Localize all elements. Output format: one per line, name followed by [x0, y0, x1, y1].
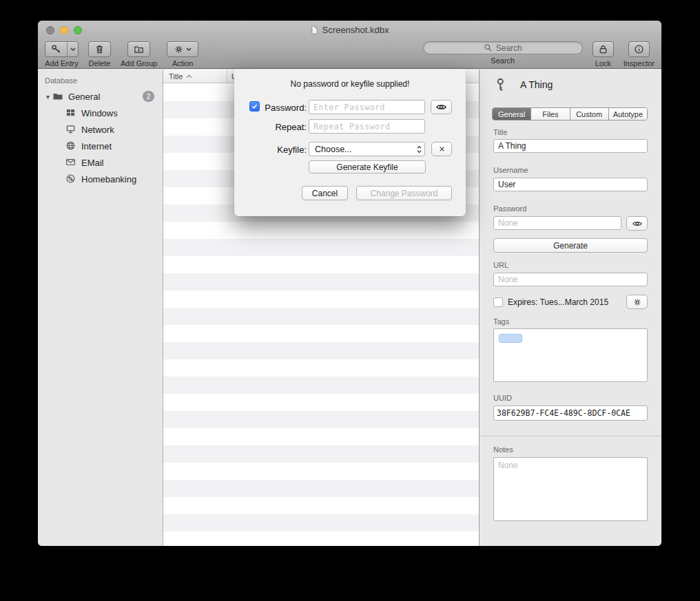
inspector-tabs: General Files Custom Autotype	[492, 107, 648, 120]
add-entry-label: Add Entry	[45, 59, 78, 67]
entry-title: A Thing	[520, 79, 553, 90]
sidebar-item-label: EMail	[81, 158, 104, 168]
toolbar-item-add-group: Add Group	[121, 41, 157, 67]
sidebar-item-internet[interactable]: Internet	[38, 138, 163, 154]
stepper-arrows-icon	[416, 145, 422, 154]
disclosure-triangle-icon[interactable]: ▾	[46, 93, 50, 101]
uuid-field[interactable]	[493, 405, 648, 421]
search-input[interactable]: Search	[423, 41, 583, 54]
search-label: Search	[491, 56, 515, 65]
password-field[interactable]	[493, 216, 621, 230]
change-password-button[interactable]: Change Password	[356, 186, 452, 200]
lock-icon	[598, 44, 608, 54]
sidebar-item-label: Internet	[81, 141, 112, 151]
keyfile-dropdown[interactable]: Choose...	[309, 142, 425, 156]
folder-icon	[52, 91, 63, 102]
sidebar-item-network[interactable]: Network	[38, 121, 163, 138]
sidebar-item-label: Network	[81, 125, 114, 135]
tags-field[interactable]	[493, 328, 648, 382]
cancel-button[interactable]: Cancel	[302, 186, 348, 200]
notes-field-label: Notes	[493, 445, 513, 454]
add-entry-button[interactable]	[45, 41, 79, 57]
generate-keyfile-label: Generate Keyfile	[336, 162, 398, 172]
dialog-show-password-button[interactable]	[431, 100, 452, 114]
generate-label: Generate	[553, 241, 588, 251]
action-button[interactable]	[167, 41, 198, 57]
delete-label: Delete	[89, 59, 111, 67]
eye-icon	[632, 218, 643, 229]
globe-icon	[65, 140, 76, 151]
toolbar-item-delete: Delete	[88, 41, 111, 67]
dialog-message: No password or keyfile supplied!	[234, 79, 466, 89]
chevron-down-icon	[70, 48, 76, 52]
toolbar-item-lock: Lock	[593, 41, 614, 67]
generate-password-button[interactable]: Generate	[493, 238, 648, 253]
tab-autotype[interactable]: Autotype	[609, 108, 647, 120]
clear-keyfile-button[interactable]	[431, 142, 452, 156]
eye-icon	[435, 101, 447, 113]
sidebar-item-label: Windows	[81, 108, 118, 118]
inspector-label: Inspector	[624, 59, 655, 67]
sidebar-item-windows[interactable]: Windows	[38, 105, 163, 121]
window-title-area: Screenshot.kdbx	[38, 25, 661, 35]
url-field[interactable]	[493, 273, 648, 286]
trash-icon	[94, 44, 105, 54]
inspector-button[interactable]	[628, 41, 650, 57]
search-placeholder: Search	[496, 43, 522, 53]
keyfile-selected-value: Choose...	[315, 145, 416, 154]
add-group-label: Add Group	[121, 59, 157, 67]
notes-field[interactable]	[493, 457, 648, 521]
generate-keyfile-button[interactable]: Generate Keyfile	[309, 160, 426, 173]
tab-files[interactable]: Files	[531, 108, 570, 120]
dialog-password-input[interactable]	[309, 100, 425, 114]
toolbar: Add Entry Delete Add Group	[38, 39, 661, 68]
tab-general[interactable]: General	[493, 108, 531, 120]
url-field-label: URL	[493, 261, 508, 269]
title-field[interactable]	[493, 139, 648, 153]
gear-icon	[632, 297, 642, 307]
show-password-button[interactable]	[626, 216, 648, 231]
window-header: Screenshot.kdbx Add Entry	[38, 21, 661, 69]
tag-chip[interactable]	[499, 334, 522, 343]
title-field-label: Title	[493, 128, 507, 136]
app-window: Screenshot.kdbx Add Entry	[38, 21, 661, 546]
dialog-keyfile-label: Keyfile:	[261, 145, 307, 155]
window-title: Screenshot.kdbx	[322, 25, 389, 35]
column-header-title[interactable]: Title	[163, 70, 227, 83]
sort-ascending-icon	[186, 74, 192, 78]
add-group-button[interactable]	[127, 41, 150, 57]
uuid-field-label: UUID	[493, 394, 512, 402]
key-icon	[51, 44, 61, 54]
expires-checkbox[interactable]	[493, 297, 503, 307]
toolbar-item-inspector: Inspector	[624, 41, 655, 67]
password-field-label: Password	[493, 204, 526, 213]
expires-settings-button[interactable]	[626, 295, 648, 309]
close-x-icon	[438, 145, 446, 154]
toolbar-item-action: Action	[167, 41, 198, 67]
lock-button[interactable]	[593, 41, 614, 57]
sidebar-item-homebanking[interactable]: Homebanking	[38, 171, 163, 187]
column-title-label: Title	[169, 72, 183, 81]
delete-button[interactable]	[88, 41, 111, 57]
username-field[interactable]	[493, 178, 648, 191]
desktop: Screenshot.kdbx Add Entry	[0, 0, 700, 601]
password-checkbox[interactable]	[249, 101, 260, 112]
gear-icon	[174, 44, 184, 54]
sidebar-item-general[interactable]: ▾ General 2	[38, 88, 163, 105]
sidebar-item-label: Homebanking	[81, 174, 136, 184]
add-entry-dropdown-arrow[interactable]	[68, 42, 78, 56]
change-password-label: Change Password	[370, 189, 438, 198]
check-icon	[251, 103, 258, 110]
dialog-repeat-input[interactable]	[309, 119, 425, 134]
tab-custom[interactable]: Custom	[570, 108, 609, 120]
lock-label: Lock	[595, 59, 611, 67]
envelope-icon	[65, 157, 76, 167]
info-icon	[634, 44, 644, 54]
dialog-repeat-label: Repeat:	[261, 122, 307, 132]
folder-plus-icon	[134, 44, 144, 54]
cancel-label: Cancel	[312, 189, 338, 198]
sidebar-item-email[interactable]: EMail	[38, 154, 163, 171]
username-field-label: Username	[493, 166, 528, 174]
toolbar-item-add-entry: Add Entry	[45, 41, 79, 67]
windows-icon	[65, 107, 76, 118]
